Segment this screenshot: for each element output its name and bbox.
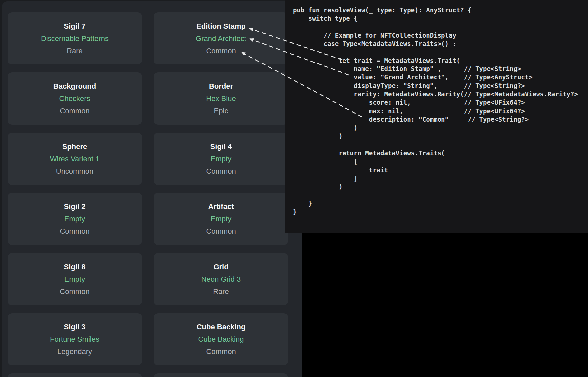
trait-name: Cube Backing: [197, 321, 245, 333]
trait-rarity: Rare: [67, 45, 83, 57]
trait-rarity: Common: [60, 105, 89, 117]
trait-card-edition-stamp: Edition Stamp Grand Architect Common: [154, 12, 288, 64]
trait-value: Empty: [64, 213, 85, 225]
trait-card-sphere: Sphere Wires Varient 1 Uncommon: [8, 133, 142, 185]
code-line-description-field: description: "Common" // Type<String?>: [293, 115, 588, 124]
code-line: ]: [293, 174, 588, 183]
code-panel[interactable]: pub fun resolveView(_ type: Type): AnySt…: [285, 0, 588, 233]
trait-name: Sphere: [62, 140, 87, 153]
code-line-value-field: value: "Grand Architect", // Type<AnyStr…: [293, 73, 588, 81]
code-line: // Example for NFTCollectionDisplay: [293, 31, 588, 40]
trait-rarity: Common: [206, 345, 236, 358]
code-line-name-field: name: "Edition Stamp" , // Type<String>: [293, 65, 588, 73]
trait-value: Checkers: [59, 92, 90, 105]
code-line: [293, 191, 588, 199]
code-line: score: nil, // Type<UFix64?>: [293, 98, 588, 107]
code-line: [: [293, 157, 588, 166]
trait-value: Neon Grid 3: [201, 273, 241, 285]
code-line: return MetadataViews.Traits(: [293, 149, 588, 157]
trait-card-partial: [154, 373, 288, 377]
trait-card-cube-backing: Cube Backing Cube Backing Common: [154, 313, 288, 365]
trait-value: Empty: [211, 213, 231, 225]
trait-name: Sigil 2: [64, 200, 86, 213]
code-line: }: [293, 208, 588, 216]
trait-rarity: Epic: [214, 105, 228, 117]
trait-name: Artifact: [208, 200, 234, 213]
code-line: case Type<MetadataViews.Traits>() :: [293, 40, 588, 48]
trait-name: Sigil 7: [64, 20, 86, 32]
trait-name: Edition Stamp: [196, 20, 245, 32]
code-line: [293, 141, 588, 149]
trait-value: Grand Architect: [196, 32, 246, 45]
code-line: let trait = MetadataViews.Trait(: [293, 57, 588, 65]
trait-value: Fortune Smiles: [50, 333, 99, 345]
trait-rarity: Common: [206, 45, 236, 57]
trait-rarity: Common: [60, 225, 89, 237]
trait-name: Border: [209, 80, 233, 92]
trait-rarity: Common: [60, 285, 89, 298]
code-line: switch type {: [293, 14, 588, 23]
nft-trait-inspector-screen: { "traits": { "cards": [ { "name": "Sigi…: [0, 0, 588, 377]
trait-name: Grid: [213, 261, 228, 273]
trait-card-partial: [8, 373, 142, 377]
trait-value: Discernable Patterns: [41, 32, 109, 45]
code-line: trait: [293, 166, 588, 174]
trait-name: Sigil 3: [64, 321, 86, 333]
trait-rarity: Common: [206, 225, 236, 237]
code-line: ): [293, 183, 588, 191]
trait-name: Background: [53, 80, 96, 92]
trait-card-sigil-8: Sigil 8 Empty Common: [8, 253, 142, 305]
trait-value: Cube Backing: [198, 333, 244, 345]
trait-value: Hex Blue: [206, 92, 236, 105]
trait-card-sigil-4: Sigil 4 Empty Common: [154, 133, 288, 185]
code-line: rarity: MetadataViews.Rarity(// Type<Met…: [293, 90, 588, 98]
code-line: ): [293, 132, 588, 140]
trait-name: Sigil 4: [210, 140, 232, 153]
trait-rarity: Common: [206, 165, 236, 177]
code-line: displayType: "String", // Type<String?>: [293, 82, 588, 90]
code-line: [293, 48, 588, 56]
trait-value: Wires Varient 1: [50, 153, 100, 165]
trait-value: Empty: [64, 273, 85, 285]
trait-card-artifact: Artifact Empty Common: [154, 193, 288, 245]
code-line: pub fun resolveView(_ type: Type): AnySt…: [293, 6, 588, 14]
traits-container: Sigil 7 Discernable Patterns Rare Editio…: [2, 1, 302, 377]
trait-name: Sigil 8: [64, 261, 86, 273]
trait-card-sigil-7: Sigil 7 Discernable Patterns Rare: [8, 12, 142, 64]
traits-grid: Sigil 7 Discernable Patterns Rare Editio…: [8, 12, 288, 377]
trait-card-grid: Grid Neon Grid 3 Rare: [154, 253, 288, 305]
code-line: }: [293, 199, 588, 208]
trait-rarity: Legendary: [57, 345, 92, 358]
trait-card-border: Border Hex Blue Epic: [154, 72, 288, 125]
trait-rarity: Uncommon: [56, 165, 93, 177]
code-line: [293, 23, 588, 31]
trait-value: Empty: [211, 153, 231, 165]
code-line: ): [293, 124, 588, 132]
trait-card-sigil-3: Sigil 3 Fortune Smiles Legendary: [8, 313, 142, 365]
trait-card-sigil-2: Sigil 2 Empty Common: [8, 193, 142, 245]
trait-card-background: Background Checkers Common: [8, 72, 142, 125]
trait-rarity: Rare: [213, 285, 229, 298]
code-line: max: nil, // Type<UFix64?>: [293, 107, 588, 115]
